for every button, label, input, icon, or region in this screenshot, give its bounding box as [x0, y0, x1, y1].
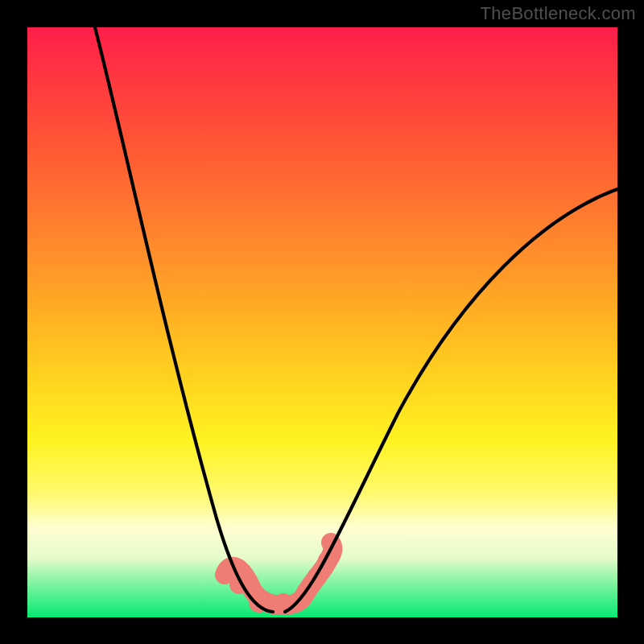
- curve-left: [95, 27, 273, 612]
- bead-band: [223, 538, 340, 614]
- chart-frame: TheBottleneck.com: [0, 0, 644, 644]
- bottleneck-curve: [27, 27, 617, 617]
- attribution-text: TheBottleneck.com: [481, 3, 636, 24]
- svg-point-3: [273, 593, 294, 614]
- plot-area: [27, 27, 617, 617]
